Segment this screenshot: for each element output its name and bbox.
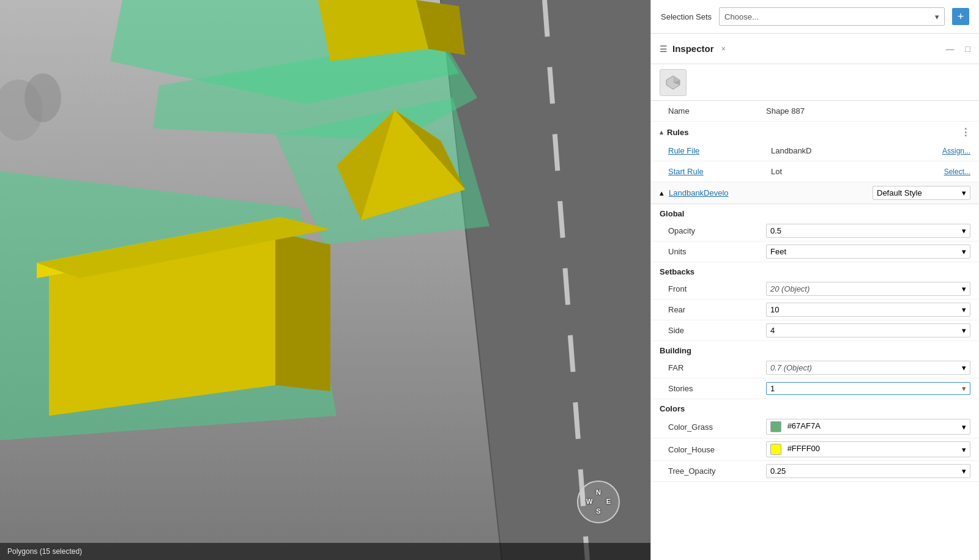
status-bar: Polygons (15 selected) [0,543,650,560]
color-house-label: Color_House [668,445,766,454]
stories-row: Stories ▾ [651,378,979,399]
units-row: Units Feet ▾ [651,241,979,262]
opacity-dropdown[interactable]: 0.5 ▾ [766,224,970,238]
rear-label: Rear [668,305,766,314]
assign-button[interactable]: Assign... [942,147,970,155]
tree-opacity-row: Tree_Opacity 0.25 ▾ [651,461,979,482]
rear-row: Rear 10 ▾ [651,300,979,320]
rear-dropdown[interactable]: 10 ▾ [766,303,970,317]
default-style-value: Default Style [877,188,922,197]
inspector-title: Inspector [672,43,714,54]
close-icon[interactable]: × [721,44,726,53]
front-value: 20 (Object) [770,284,810,293]
rules-menu-icon[interactable]: ⋮ [961,127,970,138]
rear-value: 10 [770,305,779,314]
far-dropdown[interactable]: 0.7 (Object) ▾ [766,361,970,375]
inspector-icon: ☰ [660,44,668,54]
opacity-value: 0.5 [770,226,781,235]
color-grass-dropdown[interactable]: #67AF7A ▾ [766,419,970,435]
rules-chevron-icon: ▴ [660,128,663,136]
default-style-dropdown[interactable]: Default Style ▾ [873,186,970,200]
stories-dropdown-icon[interactable]: ▾ [958,384,970,393]
chevron-down-icon: ▾ [962,247,966,256]
rules-section-label: Rules [667,128,688,137]
far-row: FAR 0.7 (Object) ▾ [651,358,979,378]
selection-sets-dropdown[interactable]: Choose... ▾ [719,7,945,26]
name-row: Name Shape 887 [651,101,979,122]
name-label: Name [668,106,766,116]
tree-opacity-label: Tree_Opacity [668,466,766,476]
global-section-header: Global [651,204,979,221]
tree-opacity-dropdown[interactable]: 0.25 ▾ [766,464,970,478]
chevron-down-icon: ▾ [962,363,966,372]
colors-section-label: Colors [660,404,685,413]
side-value: 4 [770,326,775,335]
color-house-value: #FFFF00 [787,444,820,453]
chevron-down-icon: ▾ [962,284,966,293]
add-selection-set-button[interactable]: + [952,8,969,25]
units-value: Feet [770,247,786,256]
building-section-header: Building [651,341,979,358]
svg-point-20 [24,73,61,122]
setbacks-section-label: Setbacks [660,267,694,276]
side-dropdown[interactable]: 4 ▾ [766,323,970,337]
chevron-down-icon: ▾ [935,12,939,21]
colors-section-header: Colors [651,399,979,416]
maximize-button[interactable]: □ [966,44,970,54]
color-grass-label: Color_Grass [668,422,766,432]
chevron-down-icon: ▾ [962,445,966,454]
setbacks-section-header: Setbacks [651,262,979,279]
color-grass-row: Color_Grass #67AF7A ▾ [651,416,979,438]
opacity-row: Opacity 0.5 ▾ [651,221,979,241]
rule-file-label[interactable]: Rule File [668,146,766,155]
svg-marker-9 [275,232,330,391]
object-icon-row [651,64,979,101]
start-rule-label[interactable]: Start Rule [668,167,766,176]
chevron-down-icon: ▾ [962,422,966,432]
stories-label: Stories [668,384,766,393]
side-row: Side 4 ▾ [651,320,979,341]
landbank-label: LandbankDevelo [669,188,729,197]
color-house-dropdown[interactable]: #FFFF00 ▾ [766,441,970,457]
front-row: Front 20 (Object) ▾ [651,279,979,300]
landbank-row: ▴ LandbankDevelo Default Style ▾ [651,182,979,204]
rules-section-header[interactable]: ▴ Rules ⋮ [651,122,979,141]
landbank-chevron-icon: ▴ [660,188,664,197]
start-rule-value: Lot [771,167,939,176]
compass: N WE S [577,481,620,523]
status-text: Polygons (15 selected) [7,547,82,556]
select-button[interactable]: Select... [944,168,970,176]
side-label: Side [668,326,766,335]
chevron-down-icon: ▾ [962,466,966,476]
units-dropdown[interactable]: Feet ▾ [766,245,970,259]
front-label: Front [668,284,766,293]
rule-file-row: Rule File LandbankD Assign... [651,141,979,161]
inspector-panel: Selection Sets Choose... ▾ + ☰ Inspector… [650,0,979,560]
color-house-row: Color_House #FFFF00 ▾ [651,438,979,461]
building-section-label: Building [660,346,691,355]
shape-icon [664,74,682,91]
inspector-header: ☰ Inspector × — □ [651,34,979,64]
rule-file-value: LandbankD [771,146,937,155]
color-house-swatch [770,444,781,455]
compass-labels: N WE S [586,488,611,516]
color-grass-value: #67AF7A [787,421,821,430]
chevron-down-icon: ▾ [962,326,966,335]
object-icon-box [660,69,687,96]
chevron-down-icon: ▾ [962,305,966,314]
far-value: 0.7 (Object) [770,363,812,372]
units-label: Units [668,247,766,256]
chevron-down-icon: ▾ [962,188,966,197]
opacity-label: Opacity [668,226,766,235]
global-section-label: Global [660,209,684,218]
properties-area[interactable]: Name Shape 887 ▴ Rules ⋮ Rule File Landb… [651,101,979,560]
selection-sets-bar: Selection Sets Choose... ▾ + [651,0,979,34]
name-value: Shape 887 [766,106,970,116]
tree-opacity-value: 0.25 [770,466,786,476]
front-dropdown[interactable]: 20 (Object) ▾ [766,282,970,296]
selection-sets-label: Selection Sets [661,12,712,21]
minimize-button[interactable]: — [946,44,955,54]
start-rule-row: Start Rule Lot Select... [651,161,979,182]
stories-input[interactable] [767,383,958,394]
3d-viewport: N WE S Polygons (15 selected) [0,0,650,560]
